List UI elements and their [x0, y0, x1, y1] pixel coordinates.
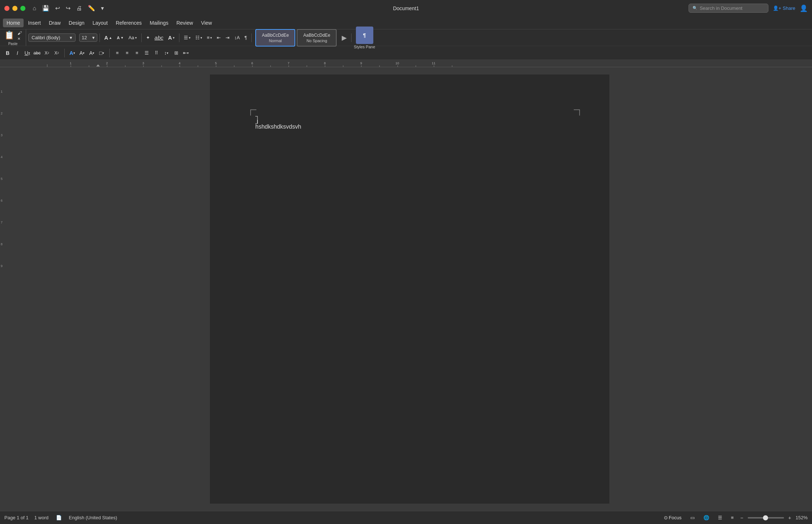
shading-button[interactable]: A ▾ [87, 48, 97, 58]
document-page[interactable]: hshdkshdksvdsvh [210, 74, 609, 504]
save-icon[interactable]: 💾 [42, 5, 49, 12]
numbered-list-button[interactable]: ☷▾ [193, 33, 204, 42]
change-case-button[interactable]: Aa▾ [126, 33, 139, 42]
left-ruler: 1 2 3 4 5 6 7 8 9 [0, 67, 7, 511]
highlight-color-icon: A [80, 50, 83, 56]
document-title: Document1 [393, 5, 419, 11]
align-center-button[interactable]: ≡ [122, 49, 132, 57]
font-color-btn2[interactable]: A ▾ [68, 48, 77, 58]
paste-button[interactable]: 📋 [3, 29, 16, 41]
menu-references[interactable]: References [112, 19, 146, 27]
increase-indent-button[interactable]: ⇥ [223, 33, 232, 42]
shrink-font-button[interactable]: A▼ [115, 34, 126, 41]
strikethrough-button[interactable]: abc [32, 48, 42, 58]
align-right-button[interactable]: ≡ [132, 49, 142, 57]
justify-button[interactable]: ☰ [142, 49, 151, 57]
menu-draw[interactable]: Draw [45, 19, 64, 27]
svg-text:5: 5 [1, 177, 3, 181]
text-effects-button[interactable]: abc [153, 33, 166, 42]
format-painter-button[interactable]: 🖌 [16, 30, 23, 36]
focus-button[interactable]: ⊙ Focus [662, 513, 683, 522]
font-size-dropdown[interactable]: 12 ▾ [79, 33, 97, 42]
paste-section: 📋 🖌 ✕ Paste [3, 29, 26, 46]
paragraph-button[interactable]: ⊞ [171, 49, 181, 57]
customize-icon[interactable]: ✏️ [88, 5, 95, 12]
fullscreen-button[interactable] [20, 6, 25, 11]
menu-home[interactable]: Home [3, 19, 24, 27]
zoom-in-button[interactable]: + [788, 515, 791, 521]
toolbar-sep-3 [179, 33, 179, 42]
svg-text:7: 7 [1, 221, 3, 224]
indent2-button[interactable]: ⇤ ▾ [181, 49, 191, 57]
toolbar-sep-1 [100, 33, 100, 42]
menu-mailings[interactable]: Mailings [146, 19, 172, 27]
toolbar-sep-t2-1 [64, 49, 65, 57]
svg-text:11: 11 [432, 61, 435, 65]
decrease-indent-button[interactable]: ⇤ [215, 33, 223, 42]
svg-text:6: 6 [251, 61, 253, 65]
font-name-dropdown[interactable]: Calibri (Body) ▾ [28, 33, 76, 42]
view-normal-icon: ▭ [690, 515, 695, 520]
view-outline-button[interactable]: ☰ [716, 513, 724, 522]
align-left-icon: ≡ [116, 50, 119, 56]
show-marks-button[interactable]: ¶ [242, 33, 249, 42]
grow-font-button[interactable]: A▲ [102, 33, 114, 42]
undo-icon[interactable]: ↩ [55, 5, 60, 12]
menu-view[interactable]: View [198, 19, 216, 27]
view-normal-button[interactable]: ▭ [688, 513, 697, 522]
toolbar2: B I U ▾ abc X2 X2 A ▾ A ▾ A ▾ □ ▾ ≡ [0, 46, 812, 60]
menu-review[interactable]: Review [173, 19, 197, 27]
italic-button[interactable]: I [13, 48, 22, 58]
sort-button[interactable]: ↕A [232, 33, 242, 42]
menu-layout[interactable]: Layout [89, 19, 111, 27]
menu-design[interactable]: Design [65, 19, 88, 27]
minimize-button[interactable] [12, 6, 17, 11]
highlight-color-button[interactable]: A ▾ [77, 48, 87, 58]
zoom-slider[interactable] [748, 517, 784, 519]
titlebar: ⌂ 💾 ↩ ↪ 🖨 ✏️ ▾ Document1 🔍 Search in Doc… [0, 0, 812, 16]
corner-top-right [573, 109, 580, 118]
styles-pane-button[interactable]: ¶ Styles Pane [354, 27, 375, 49]
border-button[interactable]: □ ▾ [97, 48, 106, 58]
svg-rect-0 [0, 60, 812, 67]
redo-icon[interactable]: ↪ [66, 5, 70, 12]
view-draft-button[interactable]: ≡ [729, 513, 736, 522]
styles-expand-button[interactable]: ▶ [340, 32, 349, 43]
zoom-out-button[interactable]: − [740, 515, 743, 521]
superscript-button[interactable]: X2 [52, 48, 61, 58]
multilevel-list-button[interactable]: ≡▾ [205, 33, 215, 42]
close-button[interactable] [4, 6, 9, 11]
bold-button[interactable]: B [3, 48, 12, 58]
search-bar[interactable]: 🔍 Search in Document [689, 4, 768, 13]
decrease-indent-icon: ⇤ [217, 35, 221, 40]
svg-text:2: 2 [1, 112, 3, 115]
underline-button[interactable]: U ▾ [23, 48, 32, 58]
word-count-button[interactable]: 📄 [54, 514, 63, 521]
user-icon[interactable]: 👤 [800, 4, 808, 12]
line-spacing-button[interactable]: ↕ ▾ [162, 49, 171, 57]
style-nospace-card[interactable]: AaBbCcDdEe No Spacing [297, 29, 337, 47]
print-icon[interactable]: 🖨 [76, 5, 82, 12]
document-content[interactable]: hshdkshdksvdsvh [255, 124, 301, 130]
style-normal-card[interactable]: AaBbCcDdEe Normal [255, 29, 295, 47]
toolbar-sep-5 [351, 33, 352, 42]
more-icon[interactable]: ▾ [101, 5, 104, 12]
menu-insert[interactable]: Insert [24, 19, 44, 27]
bullet-list-button[interactable]: ☰▾ [182, 33, 193, 42]
home-icon[interactable]: ⌂ [33, 5, 36, 12]
subscript-button[interactable]: X2 [42, 48, 52, 58]
paste-options-button[interactable]: ✕ [16, 36, 23, 41]
svg-text:3: 3 [142, 61, 144, 65]
view-web-button[interactable]: 🌐 [701, 513, 711, 522]
align-left-button[interactable]: ≡ [113, 49, 122, 57]
distributed-button[interactable]: ⠿ [152, 49, 161, 57]
clear-format-button[interactable]: ✦ [144, 33, 152, 42]
focus-icon: ⊙ [664, 515, 668, 520]
doc-canvas[interactable]: hshdkshdksvdsvh [7, 67, 812, 511]
svg-text:8: 8 [1, 242, 3, 246]
font-name-value: Calibri (Body) [32, 35, 60, 40]
align-right-icon: ≡ [135, 50, 138, 56]
change-case-icon: Aa [129, 35, 134, 40]
share-button[interactable]: 👤+ Share [773, 5, 795, 11]
font-color-button[interactable]: A▾ [166, 33, 177, 42]
